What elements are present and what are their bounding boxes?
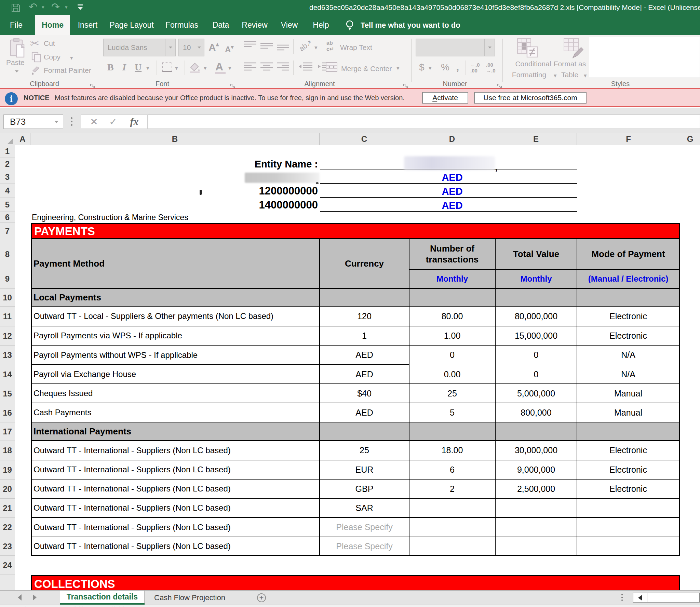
- format-painter-icon[interactable]: [31, 65, 42, 76]
- conditional-formatting-icon[interactable]: [517, 38, 539, 59]
- cell-method[interactable]: Outward TT - International - Suppliers (…: [32, 499, 319, 517]
- cell-mode[interactable]: Electronic: [577, 441, 679, 460]
- cell-mode[interactable]: Electronic: [577, 460, 679, 479]
- cell-currency[interactable]: 25: [320, 441, 409, 460]
- row-header-14[interactable]: 14: [0, 365, 15, 384]
- tab-home[interactable]: Home: [35, 15, 70, 35]
- accounting-dropdown-icon[interactable]: ▾: [429, 65, 432, 72]
- borders-dropdown-icon[interactable]: ▾: [175, 65, 178, 72]
- redo-dropdown-icon[interactable]: ▾: [65, 4, 68, 10]
- cell-currency[interactable]: 1: [320, 326, 409, 345]
- fill-color-icon[interactable]: [189, 61, 202, 73]
- cut-label[interactable]: Cut: [44, 39, 55, 48]
- percent-style-icon[interactable]: %: [441, 62, 449, 73]
- column-header-b[interactable]: B: [30, 133, 320, 145]
- cell-currency[interactable]: EUR: [320, 460, 409, 479]
- cut-icon[interactable]: ✂: [30, 37, 39, 50]
- cell-currency[interactable]: GBP: [320, 480, 409, 498]
- align-right-icon[interactable]: [276, 62, 290, 72]
- redo-icon[interactable]: ↷: [51, 1, 60, 13]
- cell-method[interactable]: Outward TT - Local - Suppliers & Other p…: [32, 307, 319, 326]
- cell-value[interactable]: 5,000,000: [496, 384, 577, 403]
- cell-mode[interactable]: [577, 537, 679, 555]
- cell-currency[interactable]: Please Specify: [320, 537, 409, 555]
- cell-currency[interactable]: Please Specify: [320, 518, 409, 537]
- row-header-7[interactable]: 7: [0, 223, 15, 239]
- column-header-d[interactable]: D: [409, 133, 495, 145]
- cell-mode[interactable]: Electronic: [577, 480, 679, 498]
- name-box-dropdown-icon[interactable]: [54, 121, 59, 123]
- hscroll-thumb[interactable]: [647, 593, 700, 603]
- paste-dropdown-icon[interactable]: [14, 70, 19, 73]
- align-bottom-icon[interactable]: [276, 41, 290, 51]
- cell-value[interactable]: 800,000: [496, 403, 577, 422]
- cell-method[interactable]: Cash Payments: [32, 403, 319, 422]
- row-header-16[interactable]: 16: [0, 403, 15, 422]
- number-format-dropdown-icon[interactable]: [484, 39, 495, 56]
- cell-method[interactable]: Outward TT - International - Suppliers (…: [32, 460, 319, 479]
- cell-method[interactable]: Cheques Issued: [32, 384, 319, 403]
- paste-label[interactable]: Paste: [6, 58, 25, 67]
- sheet-nav-left-icon[interactable]: [18, 594, 22, 601]
- cell-currency[interactable]: 120: [320, 307, 409, 326]
- copy-dropdown-icon[interactable]: ▾: [70, 54, 73, 62]
- bold-icon[interactable]: B: [107, 62, 114, 73]
- cell-count[interactable]: [409, 499, 495, 517]
- cell-value[interactable]: [496, 518, 577, 537]
- cell-count[interactable]: 18.00: [409, 441, 495, 460]
- save-icon[interactable]: [11, 3, 20, 12]
- cell-account2[interactable]: 1400000000: [220, 199, 318, 212]
- cell-method[interactable]: Payroll via Exchange House: [32, 365, 319, 383]
- tab-scroll-grip-icon[interactable]: [621, 594, 623, 601]
- format-as-table-icon[interactable]: [563, 38, 584, 59]
- cell-mode[interactable]: N/A: [577, 365, 679, 383]
- cell-count[interactable]: 2: [409, 480, 495, 498]
- cell-count[interactable]: 1.00: [409, 326, 495, 345]
- row-header-11[interactable]: 11: [0, 307, 15, 326]
- cell-method[interactable]: Outward TT - International - Suppliers (…: [32, 518, 319, 537]
- cell-count[interactable]: 80.00: [409, 307, 495, 326]
- qat-customize-icon[interactable]: [78, 4, 83, 10]
- merge-center-dropdown-icon[interactable]: ▾: [396, 65, 400, 72]
- insert-function-icon[interactable]: fx: [127, 115, 142, 129]
- row-header-3[interactable]: 3: [0, 170, 15, 184]
- column-header-e[interactable]: E: [495, 133, 577, 145]
- cell-mode[interactable]: Manual: [577, 403, 679, 422]
- row-header-1[interactable]: 1: [0, 145, 15, 158]
- formula-input[interactable]: [148, 114, 700, 129]
- undo-dropdown-icon[interactable]: ▾: [42, 4, 44, 10]
- paste-icon[interactable]: [10, 38, 27, 59]
- tell-me-label[interactable]: Tell me what you want to do: [361, 15, 460, 35]
- cell-count[interactable]: 6: [409, 460, 495, 479]
- tab-formulas[interactable]: Formulas: [158, 15, 205, 35]
- tab-page-layout[interactable]: Page Layout: [105, 15, 158, 35]
- sheet-tab-transaction-details[interactable]: Transaction details: [60, 591, 145, 603]
- row-header-21[interactable]: 21: [0, 499, 15, 518]
- cell-mode[interactable]: N/A: [577, 346, 679, 364]
- font-size-dropdown-icon[interactable]: [194, 39, 204, 56]
- cell-currency-row5[interactable]: AED: [409, 199, 495, 212]
- header-monthly-val[interactable]: Monthly: [496, 269, 577, 288]
- section-international-payments[interactable]: International Payments: [32, 422, 319, 440]
- format-as-table-label-2[interactable]: Table: [554, 71, 585, 79]
- cell-count[interactable]: [409, 518, 495, 537]
- decrease-decimal-icon[interactable]: .00→.0: [486, 62, 496, 73]
- format-as-table-dropdown-icon[interactable]: ▾: [584, 72, 587, 79]
- cell-count[interactable]: 5: [409, 403, 495, 422]
- cell-entity-label[interactable]: Entity Name :: [152, 158, 318, 170]
- row-header-15[interactable]: 15: [0, 384, 15, 403]
- align-left-icon[interactable]: [243, 62, 257, 72]
- cell-method[interactable]: Payroll Payments without WPS - If applic…: [32, 346, 319, 364]
- undo-icon[interactable]: ↶: [29, 1, 37, 13]
- comma-style-icon[interactable]: ,: [456, 60, 459, 73]
- cell-value[interactable]: [496, 537, 577, 555]
- copy-label[interactable]: Copy: [44, 53, 60, 61]
- cell-value[interactable]: 0: [496, 365, 577, 383]
- row-header-22[interactable]: 22: [0, 518, 15, 537]
- conditional-formatting-label-2[interactable]: Formatting: [506, 71, 552, 79]
- cell-value[interactable]: 2,500,000: [496, 480, 577, 498]
- cell-mode[interactable]: Manual: [577, 384, 679, 403]
- conditional-formatting-label-1[interactable]: Conditional: [511, 60, 555, 68]
- row-header-24[interactable]: 24: [0, 556, 15, 575]
- column-header-f[interactable]: F: [577, 133, 680, 145]
